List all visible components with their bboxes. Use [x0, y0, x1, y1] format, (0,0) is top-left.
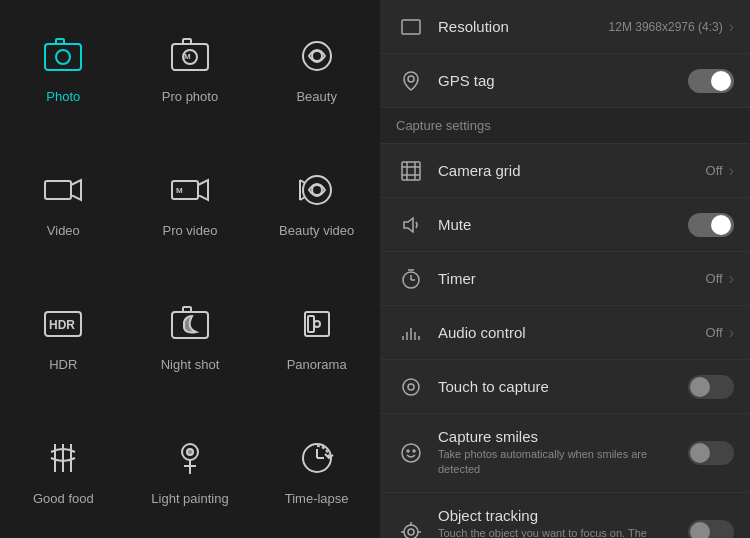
svg-point-32 [187, 449, 193, 455]
good-food-icon [38, 433, 88, 483]
pro-video-icon: M [165, 165, 215, 215]
svg-point-14 [303, 176, 331, 204]
mode-good-food[interactable]: Good food [0, 402, 127, 536]
svg-point-57 [413, 450, 415, 452]
beauty-icon [292, 31, 342, 81]
settings-panel: Resolution 12M 3968x2976 (4:3) › GPS tag… [380, 0, 750, 538]
mute-toggle[interactable] [688, 213, 734, 237]
mode-night-shot[interactable]: Night shot [127, 268, 254, 402]
object-tracking-label: Object tracking [438, 507, 680, 524]
photo-label: Photo [46, 89, 80, 104]
capture-smiles-row[interactable]: Capture smiles Take photos automatically… [380, 414, 750, 493]
beauty-video-icon [292, 165, 342, 215]
svg-rect-9 [45, 181, 71, 199]
svg-point-56 [407, 450, 409, 452]
gps-row[interactable]: GPS tag [380, 54, 750, 108]
hdr-label: HDR [49, 357, 77, 372]
svg-point-55 [402, 444, 420, 462]
capture-settings-header: Capture settings [380, 108, 750, 144]
audio-control-row[interactable]: Audio control Off › [380, 306, 750, 360]
audio-control-icon [396, 322, 426, 344]
touch-to-capture-label: Touch to capture [438, 378, 680, 395]
mode-grid: Photo M Pro photo Beauty [0, 0, 380, 538]
mode-time-lapse[interactable]: Time-lapse [253, 402, 380, 536]
mode-light-painting[interactable]: Light painting [127, 402, 254, 536]
capture-smiles-subtitle: Take photos automatically when smiles ar… [438, 447, 680, 478]
svg-marker-10 [71, 180, 81, 200]
svg-rect-42 [402, 162, 420, 180]
night-shot-label: Night shot [161, 357, 220, 372]
svg-rect-2 [56, 39, 64, 44]
mode-video[interactable]: Video [0, 134, 127, 268]
svg-text:M: M [176, 186, 183, 195]
camera-grid-value: Off [706, 163, 723, 178]
mode-panorama[interactable]: Panorama [253, 268, 380, 402]
svg-text:M: M [184, 52, 191, 61]
time-lapse-icon [292, 433, 342, 483]
good-food-label: Good food [33, 491, 94, 506]
svg-marker-12 [198, 180, 208, 200]
night-shot-icon [165, 299, 215, 349]
object-tracking-row[interactable]: Object tracking Touch the object you wan… [380, 493, 750, 538]
object-tracking-icon [396, 521, 426, 538]
camera-grid-icon [396, 160, 426, 182]
camera-grid-label: Camera grid [438, 162, 698, 179]
resolution-chevron: › [729, 18, 734, 36]
mode-pro-video[interactable]: M Pro video [127, 134, 254, 268]
touch-to-capture-icon [396, 376, 426, 398]
touch-to-capture-row[interactable]: Touch to capture [380, 360, 750, 414]
svg-marker-43 [404, 218, 413, 232]
photo-icon [38, 31, 88, 81]
mode-beauty-video[interactable]: Beauty video [253, 134, 380, 268]
hdr-icon: HDR [38, 299, 88, 349]
time-lapse-label: Time-lapse [285, 491, 349, 506]
touch-to-capture-toggle[interactable] [688, 375, 734, 399]
mode-hdr[interactable]: HDR HDR [0, 268, 127, 402]
video-icon [38, 165, 88, 215]
timer-row[interactable]: Timer Off › [380, 252, 750, 306]
camera-grid-chevron: › [729, 162, 734, 180]
svg-point-8 [312, 51, 322, 61]
svg-rect-6 [183, 39, 191, 44]
audio-control-label: Audio control [438, 324, 698, 341]
object-tracking-subtitle: Touch the object you want to focus on. T… [438, 526, 680, 538]
svg-point-59 [408, 529, 414, 535]
beauty-label: Beauty [296, 89, 336, 104]
svg-rect-36 [402, 20, 420, 34]
svg-point-1 [56, 50, 70, 64]
gps-icon [396, 70, 426, 92]
capture-smiles-toggle[interactable] [688, 441, 734, 465]
panorama-icon [292, 299, 342, 349]
svg-rect-22 [183, 307, 191, 312]
svg-point-15 [312, 185, 322, 195]
audio-control-chevron: › [729, 324, 734, 342]
video-label: Video [47, 223, 80, 238]
camera-grid-row[interactable]: Camera grid Off › [380, 144, 750, 198]
panorama-label: Panorama [287, 357, 347, 372]
resolution-row[interactable]: Resolution 12M 3968x2976 (4:3) › [380, 0, 750, 54]
beauty-video-label: Beauty video [279, 223, 354, 238]
object-tracking-toggle[interactable] [688, 520, 734, 538]
light-painting-icon [165, 433, 215, 483]
svg-point-58 [404, 525, 418, 538]
svg-rect-0 [45, 44, 81, 70]
mode-photo[interactable]: Photo [0, 0, 127, 134]
light-painting-label: Light painting [151, 491, 228, 506]
svg-point-37 [408, 76, 414, 82]
capture-smiles-label: Capture smiles [438, 428, 680, 445]
resolution-label: Resolution [438, 18, 601, 35]
timer-value: Off [706, 271, 723, 286]
pro-photo-label: Pro photo [162, 89, 218, 104]
resolution-icon [396, 16, 426, 38]
mute-row[interactable]: Mute [380, 198, 750, 252]
audio-control-value: Off [706, 325, 723, 340]
timer-label: Timer [438, 270, 698, 287]
gps-label: GPS tag [438, 72, 680, 89]
mute-icon [396, 214, 426, 236]
gps-toggle[interactable] [688, 69, 734, 93]
svg-point-53 [403, 379, 419, 395]
mode-beauty[interactable]: Beauty [253, 0, 380, 134]
svg-point-54 [408, 384, 414, 390]
mode-pro-photo[interactable]: M Pro photo [127, 0, 254, 134]
pro-photo-icon: M [165, 31, 215, 81]
